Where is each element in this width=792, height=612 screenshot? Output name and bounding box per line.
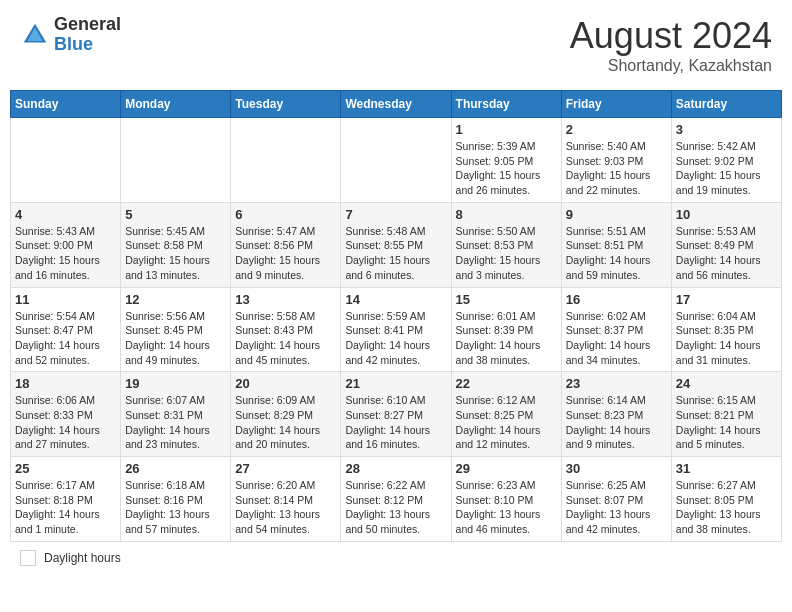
calendar-cell: 21Sunrise: 6:10 AM Sunset: 8:27 PM Dayli… <box>341 372 451 457</box>
calendar-cell: 10Sunrise: 5:53 AM Sunset: 8:49 PM Dayli… <box>671 202 781 287</box>
day-info: Sunrise: 6:20 AM Sunset: 8:14 PM Dayligh… <box>235 478 336 537</box>
logo-general: General <box>54 15 121 35</box>
calendar-cell: 30Sunrise: 6:25 AM Sunset: 8:07 PM Dayli… <box>561 457 671 542</box>
day-info: Sunrise: 5:39 AM Sunset: 9:05 PM Dayligh… <box>456 139 557 198</box>
calendar-cell: 13Sunrise: 5:58 AM Sunset: 8:43 PM Dayli… <box>231 287 341 372</box>
day-number: 5 <box>125 207 226 222</box>
day-number: 26 <box>125 461 226 476</box>
calendar-cell: 11Sunrise: 5:54 AM Sunset: 8:47 PM Dayli… <box>11 287 121 372</box>
day-info: Sunrise: 5:54 AM Sunset: 8:47 PM Dayligh… <box>15 309 116 368</box>
calendar-cell <box>341 118 451 203</box>
day-number: 3 <box>676 122 777 137</box>
calendar-cell: 28Sunrise: 6:22 AM Sunset: 8:12 PM Dayli… <box>341 457 451 542</box>
calendar-cell: 3Sunrise: 5:42 AM Sunset: 9:02 PM Daylig… <box>671 118 781 203</box>
page-header: General Blue August 2024 Shortandy, Kaza… <box>10 10 782 80</box>
calendar-cell: 9Sunrise: 5:51 AM Sunset: 8:51 PM Daylig… <box>561 202 671 287</box>
day-info: Sunrise: 5:45 AM Sunset: 8:58 PM Dayligh… <box>125 224 226 283</box>
day-number: 24 <box>676 376 777 391</box>
day-number: 25 <box>15 461 116 476</box>
footer: Daylight hours <box>10 550 782 566</box>
day-number: 12 <box>125 292 226 307</box>
calendar-cell: 1Sunrise: 5:39 AM Sunset: 9:05 PM Daylig… <box>451 118 561 203</box>
calendar-cell: 4Sunrise: 5:43 AM Sunset: 9:00 PM Daylig… <box>11 202 121 287</box>
day-info: Sunrise: 6:09 AM Sunset: 8:29 PM Dayligh… <box>235 393 336 452</box>
day-info: Sunrise: 6:04 AM Sunset: 8:35 PM Dayligh… <box>676 309 777 368</box>
day-info: Sunrise: 6:14 AM Sunset: 8:23 PM Dayligh… <box>566 393 667 452</box>
calendar-cell: 29Sunrise: 6:23 AM Sunset: 8:10 PM Dayli… <box>451 457 561 542</box>
day-info: Sunrise: 6:07 AM Sunset: 8:31 PM Dayligh… <box>125 393 226 452</box>
logo-icon <box>20 20 50 50</box>
day-number: 21 <box>345 376 446 391</box>
calendar-cell: 7Sunrise: 5:48 AM Sunset: 8:55 PM Daylig… <box>341 202 451 287</box>
day-number: 28 <box>345 461 446 476</box>
calendar-cell <box>121 118 231 203</box>
calendar-cell: 17Sunrise: 6:04 AM Sunset: 8:35 PM Dayli… <box>671 287 781 372</box>
daylight-label: Daylight hours <box>44 551 121 565</box>
weekday-header: Monday <box>121 91 231 118</box>
day-info: Sunrise: 5:58 AM Sunset: 8:43 PM Dayligh… <box>235 309 336 368</box>
day-number: 30 <box>566 461 667 476</box>
weekday-header: Friday <box>561 91 671 118</box>
weekday-header: Thursday <box>451 91 561 118</box>
day-info: Sunrise: 5:56 AM Sunset: 8:45 PM Dayligh… <box>125 309 226 368</box>
logo-blue: Blue <box>54 35 121 55</box>
logo-text: General Blue <box>54 15 121 55</box>
weekday-header: Sunday <box>11 91 121 118</box>
calendar-cell: 16Sunrise: 6:02 AM Sunset: 8:37 PM Dayli… <box>561 287 671 372</box>
day-info: Sunrise: 6:17 AM Sunset: 8:18 PM Dayligh… <box>15 478 116 537</box>
day-number: 11 <box>15 292 116 307</box>
day-info: Sunrise: 5:50 AM Sunset: 8:53 PM Dayligh… <box>456 224 557 283</box>
day-number: 19 <box>125 376 226 391</box>
day-number: 2 <box>566 122 667 137</box>
day-info: Sunrise: 6:25 AM Sunset: 8:07 PM Dayligh… <box>566 478 667 537</box>
calendar-cell: 31Sunrise: 6:27 AM Sunset: 8:05 PM Dayli… <box>671 457 781 542</box>
calendar-cell: 19Sunrise: 6:07 AM Sunset: 8:31 PM Dayli… <box>121 372 231 457</box>
day-info: Sunrise: 5:47 AM Sunset: 8:56 PM Dayligh… <box>235 224 336 283</box>
calendar-week-row: 1Sunrise: 5:39 AM Sunset: 9:05 PM Daylig… <box>11 118 782 203</box>
day-info: Sunrise: 6:15 AM Sunset: 8:21 PM Dayligh… <box>676 393 777 452</box>
day-info: Sunrise: 6:22 AM Sunset: 8:12 PM Dayligh… <box>345 478 446 537</box>
day-number: 9 <box>566 207 667 222</box>
calendar-week-row: 11Sunrise: 5:54 AM Sunset: 8:47 PM Dayli… <box>11 287 782 372</box>
calendar-cell: 5Sunrise: 5:45 AM Sunset: 8:58 PM Daylig… <box>121 202 231 287</box>
day-number: 16 <box>566 292 667 307</box>
day-number: 8 <box>456 207 557 222</box>
day-number: 29 <box>456 461 557 476</box>
calendar-cell: 2Sunrise: 5:40 AM Sunset: 9:03 PM Daylig… <box>561 118 671 203</box>
month-title: August 2024 <box>570 15 772 57</box>
day-number: 31 <box>676 461 777 476</box>
day-number: 1 <box>456 122 557 137</box>
weekday-header: Saturday <box>671 91 781 118</box>
day-number: 4 <box>15 207 116 222</box>
day-info: Sunrise: 5:53 AM Sunset: 8:49 PM Dayligh… <box>676 224 777 283</box>
weekday-header-row: SundayMondayTuesdayWednesdayThursdayFrid… <box>11 91 782 118</box>
calendar-cell: 8Sunrise: 5:50 AM Sunset: 8:53 PM Daylig… <box>451 202 561 287</box>
logo: General Blue <box>20 15 121 55</box>
day-number: 27 <box>235 461 336 476</box>
calendar-cell: 26Sunrise: 6:18 AM Sunset: 8:16 PM Dayli… <box>121 457 231 542</box>
day-info: Sunrise: 6:02 AM Sunset: 8:37 PM Dayligh… <box>566 309 667 368</box>
day-number: 17 <box>676 292 777 307</box>
day-number: 23 <box>566 376 667 391</box>
calendar-cell: 18Sunrise: 6:06 AM Sunset: 8:33 PM Dayli… <box>11 372 121 457</box>
day-info: Sunrise: 5:48 AM Sunset: 8:55 PM Dayligh… <box>345 224 446 283</box>
calendar-cell: 24Sunrise: 6:15 AM Sunset: 8:21 PM Dayli… <box>671 372 781 457</box>
day-number: 20 <box>235 376 336 391</box>
day-number: 14 <box>345 292 446 307</box>
calendar-cell: 25Sunrise: 6:17 AM Sunset: 8:18 PM Dayli… <box>11 457 121 542</box>
calendar-cell: 20Sunrise: 6:09 AM Sunset: 8:29 PM Dayli… <box>231 372 341 457</box>
day-number: 22 <box>456 376 557 391</box>
day-info: Sunrise: 6:12 AM Sunset: 8:25 PM Dayligh… <box>456 393 557 452</box>
calendar-cell: 23Sunrise: 6:14 AM Sunset: 8:23 PM Dayli… <box>561 372 671 457</box>
calendar-table: SundayMondayTuesdayWednesdayThursdayFrid… <box>10 90 782 542</box>
day-info: Sunrise: 5:59 AM Sunset: 8:41 PM Dayligh… <box>345 309 446 368</box>
daylight-color-box <box>20 550 36 566</box>
day-number: 6 <box>235 207 336 222</box>
day-number: 15 <box>456 292 557 307</box>
calendar-week-row: 4Sunrise: 5:43 AM Sunset: 9:00 PM Daylig… <box>11 202 782 287</box>
calendar-week-row: 25Sunrise: 6:17 AM Sunset: 8:18 PM Dayli… <box>11 457 782 542</box>
day-number: 18 <box>15 376 116 391</box>
day-info: Sunrise: 6:18 AM Sunset: 8:16 PM Dayligh… <box>125 478 226 537</box>
location: Shortandy, Kazakhstan <box>570 57 772 75</box>
day-number: 13 <box>235 292 336 307</box>
